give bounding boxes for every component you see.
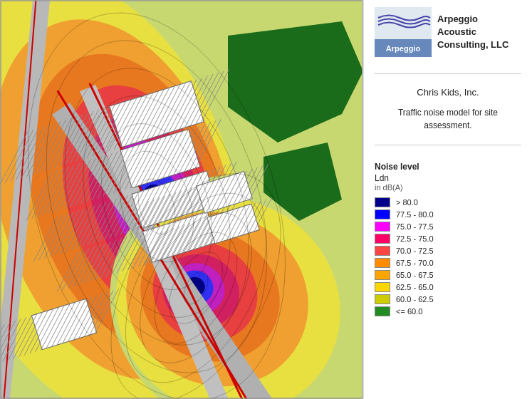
legend-label: 65.0 - 67.5 (396, 271, 434, 279)
svg-text:Arpeggio: Arpeggio (386, 44, 421, 53)
divider-top (375, 73, 521, 74)
legend-item: 72.5 - 75.0 (375, 234, 521, 244)
legend-label: 60.0 - 62.5 (396, 295, 434, 304)
legend-color-swatch (375, 222, 390, 232)
legend-label: 72.5 - 75.0 (396, 234, 434, 243)
legend-section: Noise level Ldn in dB(A) > 80.0 77.5 - 8… (375, 162, 521, 316)
legend-color-swatch (375, 294, 390, 304)
legend-label: 62.5 - 65.0 (396, 283, 434, 291)
legend-subtitle: Ldn (375, 173, 521, 183)
legend-item: 70.0 - 72.5 (375, 246, 521, 256)
legend-item: 65.0 - 67.5 (375, 270, 521, 280)
client-info: Chris Kids, Inc. Traffic noise model for… (398, 87, 498, 132)
legend-item: 77.5 - 80.0 (375, 209, 521, 219)
project-description: Traffic noise model for siteassessment. (398, 106, 498, 132)
legend-color-swatch (375, 258, 390, 268)
legend-label: 75.0 - 77.5 (396, 222, 434, 231)
legend-label: 77.5 - 80.0 (396, 210, 434, 219)
client-name: Chris Kids, Inc. (398, 87, 498, 98)
legend-unit: in dB(A) (375, 183, 521, 192)
legend-color-swatch (375, 282, 390, 292)
legend-items: > 80.0 77.5 - 80.0 75.0 - 77.5 72.5 - 75… (375, 197, 521, 316)
legend-color-swatch (375, 246, 390, 256)
legend-label: > 80.0 (396, 198, 418, 207)
legend-item: 75.0 - 77.5 (375, 222, 521, 232)
company-logo: Arpeggio (375, 7, 432, 57)
noise-map-canvas (0, 0, 363, 399)
legend-item: 62.5 - 65.0 (375, 282, 521, 292)
divider-bottom (375, 145, 521, 145)
legend-color-swatch (375, 270, 390, 280)
legend-label: 67.5 - 70.0 (396, 259, 434, 267)
legend-label: <= 60.0 (396, 307, 422, 316)
legend-item: <= 60.0 (375, 306, 521, 316)
legend-color-swatch (375, 197, 390, 207)
legend-color-swatch (375, 306, 390, 316)
legend-item: > 80.0 (375, 197, 521, 207)
sidebar: Arpeggio Arpeggio Acoustic Consulting, L… (363, 0, 532, 399)
legend-color-swatch (375, 209, 390, 219)
legend-label: 70.0 - 72.5 (396, 247, 434, 255)
legend-color-swatch (375, 234, 390, 244)
legend-title: Noise level (375, 162, 521, 172)
map-area (0, 0, 363, 399)
logo-area: Arpeggio Arpeggio Acoustic Consulting, L… (375, 7, 521, 57)
legend-item: 60.0 - 62.5 (375, 294, 521, 304)
legend-item: 67.5 - 70.0 (375, 258, 521, 268)
company-name: Arpeggio Acoustic Consulting, LLC (437, 13, 508, 52)
